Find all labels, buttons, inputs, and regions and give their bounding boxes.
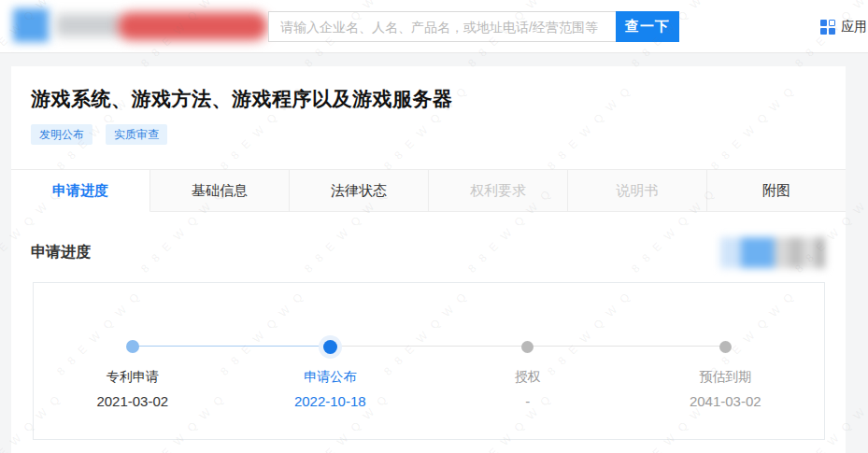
apps-grid-icon (820, 20, 835, 35)
step-grant: 授权 - (429, 283, 627, 439)
application-progress-timeline: 专利申请 2021-03-02 申请公布 2022-10-18 授权 - 预估到… (33, 282, 825, 440)
search-input[interactable] (268, 11, 616, 42)
site-logo-redacted[interactable] (13, 6, 263, 47)
redacted-action-button[interactable] (720, 237, 825, 268)
step-label: 授权 (429, 369, 627, 386)
step-date: - (429, 393, 627, 409)
step-label: 预估到期 (627, 369, 825, 386)
tab-description: 说明书 (568, 170, 707, 212)
badge-invention-publication: 发明公布 (31, 124, 92, 145)
logo-blur-gray (56, 14, 121, 36)
step-estimated-expiry: 预估到期 2041-03-02 (627, 283, 825, 439)
tab-legal-status[interactable]: 法律状态 (290, 170, 429, 212)
timeline-dot-pending-icon (719, 341, 732, 353)
timeline-dot-pending-icon (521, 341, 534, 353)
tab-application-progress[interactable]: 申请进度 (11, 170, 150, 212)
top-bar: 查一下 应用 (0, 0, 868, 53)
step-patent-application: 专利申请 2021-03-02 (34, 283, 232, 439)
step-application-publication: 申请公布 2022-10-18 (232, 283, 430, 439)
patent-badges: 发明公布 实质审查 (31, 124, 846, 145)
badge-substantive-examination: 实质审查 (106, 124, 167, 145)
step-date: 2041-03-02 (627, 393, 825, 409)
apps-label: 应用 (841, 19, 867, 35)
logo-blur-red (118, 12, 267, 40)
step-date: 2022-10-18 (232, 393, 430, 409)
patent-title: 游戏系统、游戏方法、游戏程序以及游戏服务器 (31, 86, 846, 112)
step-label: 申请公布 (232, 369, 430, 386)
timeline-dot-current-icon (323, 340, 337, 354)
patent-detail-card: 游戏系统、游戏方法、游戏程序以及游戏服务器 发明公布 实质审查 申请进度 基础信… (11, 66, 846, 453)
timeline-dot-done-icon (126, 340, 139, 353)
section-header: 申请进度 (31, 236, 825, 268)
section-title: 申请进度 (31, 243, 91, 262)
detail-tab-bar: 申请进度 基础信息 法律状态 权利要求 说明书 附图 (11, 169, 846, 212)
step-label: 专利申请 (34, 369, 232, 386)
apps-entry[interactable]: 应用 (820, 19, 867, 35)
search-bar: 查一下 (268, 11, 679, 42)
search-button[interactable]: 查一下 (616, 11, 679, 42)
step-date: 2021-03-02 (34, 393, 232, 409)
logo-blur-blue (13, 8, 49, 42)
tab-basic-info[interactable]: 基础信息 (150, 170, 290, 212)
tab-claims: 权利要求 (429, 170, 568, 212)
tab-drawings[interactable]: 附图 (707, 170, 846, 212)
